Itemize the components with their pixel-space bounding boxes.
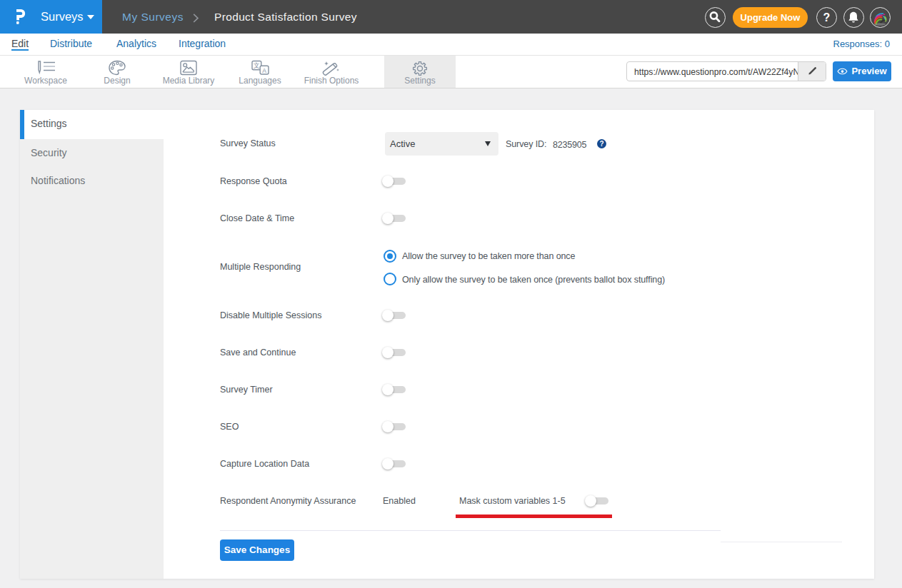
svg-text:A: A xyxy=(262,67,266,74)
svg-text:文: 文 xyxy=(254,62,260,69)
